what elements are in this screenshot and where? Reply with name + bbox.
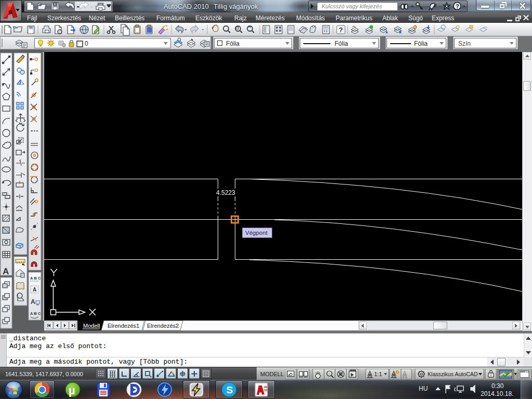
svg-text:Elrendezés2: Elrendezés2 (147, 323, 179, 329)
svg-text:Modell: Modell (83, 323, 100, 329)
svg-text:10: 10 (264, 389, 268, 392)
svg-text:?: ? (339, 26, 343, 34)
svg-text:S: S (227, 384, 233, 395)
svg-text:1:1: 1:1 (374, 371, 382, 377)
svg-text:A B C: A B C (30, 311, 41, 316)
svg-text:Végpont: Végpont (245, 230, 268, 236)
svg-text:Elrendezés1: Elrendezés1 (108, 323, 139, 329)
svg-text:µ: µ (69, 384, 75, 397)
svg-text:A B C: A B C (30, 276, 41, 281)
svg-text:A: A (31, 298, 35, 305)
svg-text:A: A (3, 267, 9, 276)
svg-text:A: A (33, 287, 36, 292)
svg-text:Klasszikus AutoCAD: Klasszikus AutoCAD (428, 371, 478, 377)
svg-text:4.5223: 4.5223 (216, 189, 235, 196)
svg-text:?: ? (456, 3, 459, 9)
